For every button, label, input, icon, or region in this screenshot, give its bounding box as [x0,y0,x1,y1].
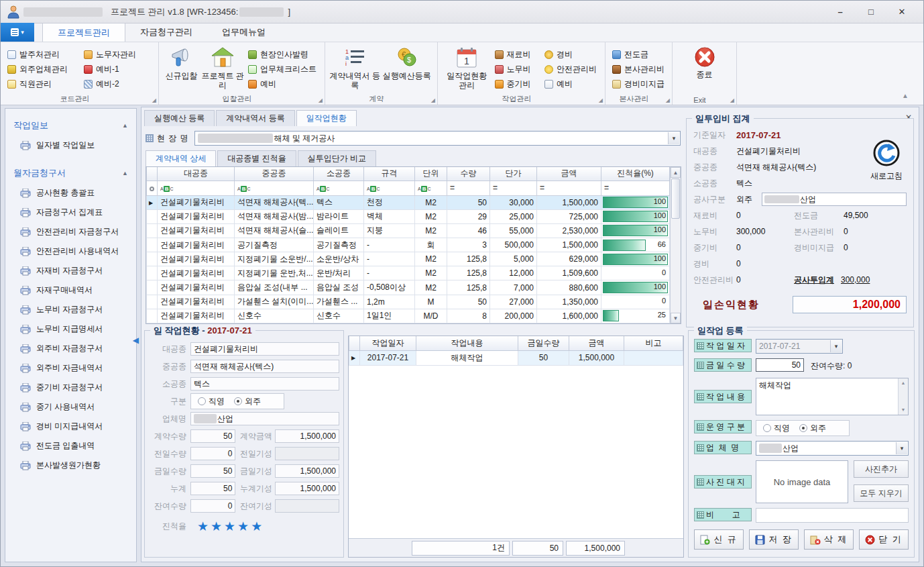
cell-major-category[interactable]: 건설폐기물처리비 [158,252,235,266]
ribbon-item-contract-register[interactable]: 1ai 계약내역서 등록 [329,44,381,90]
ribbon-item-labor-mgmt[interactable]: 노무자관리 [81,47,140,62]
site-name-combo[interactable]: 해체 및 제거공사 [194,131,681,146]
ribbon-item-equipment-cost[interactable]: 중기비 [492,76,542,91]
refresh-button[interactable]: 새로고침 [870,139,903,182]
cell-spec[interactable]: - [364,252,415,266]
column-header[interactable]: 규격 [364,167,415,181]
sidebar-collapse-icon[interactable] [133,336,139,345]
cell-unit[interactable]: M2 [415,252,447,266]
ribbon-item-site-assignment[interactable]: 현장인사발령 [245,47,321,62]
cell-spec[interactable]: 1일1인 [364,309,415,323]
ribbon-item-order-mgmt[interactable]: 발주처관리 [5,47,80,62]
sidebar-item[interactable]: 노무비 지급명세서 [5,319,136,339]
cell-minor-category[interactable]: 운반/처리 [314,266,364,280]
cell-progress[interactable]: 25 [601,309,670,323]
cell-major-category[interactable]: 건설폐기물처리비 [158,266,235,280]
column-header[interactable]: 금액 [537,167,601,181]
column-header[interactable]: 중공종 [235,167,314,181]
app-menu-button[interactable] [1,23,34,42]
work-content-textarea[interactable]: 해체작업 [756,378,909,415]
cell-unit-price[interactable]: 55,000 [490,223,537,238]
cell-unit-price[interactable]: 30,000 [490,195,537,209]
group-dialog-icon[interactable] [599,97,603,103]
menu-tab[interactable]: 프로젝트관리 [42,23,125,42]
cell-amount[interactable]: 629,000 [537,252,601,266]
cell-mid-category[interactable]: 가설휀스 설치(이미... [235,295,314,309]
cell-minor-category[interactable]: 공기질측정 [314,238,364,252]
filter-cell[interactable]: = [490,181,537,195]
ribbon-item-bid-reserve[interactable]: 예비 [245,76,321,91]
cell-spec[interactable]: 1,2m [364,295,415,309]
cell-spec[interactable]: -0,508이상 [364,280,415,295]
daily-qty-input[interactable]: 50 [756,358,804,372]
sidebar-item[interactable]: 중기비 자금청구서 [5,378,136,397]
column-header[interactable]: 비고 [624,336,683,350]
note-input[interactable] [756,508,909,523]
photo-clear-button[interactable]: 모두 지우기 [854,484,909,502]
sidebar-section-monthly-request[interactable]: 월자금청구서 [5,163,136,183]
group-dialog-icon[interactable] [666,97,670,103]
ribbon-item-expense[interactable]: 경비 [542,47,601,62]
cell-major-category[interactable]: 건설폐기물처리비 [158,209,235,223]
ribbon-item-vendor-mgmt[interactable]: 외주업체관리 [5,62,80,76]
cell-spec[interactable]: 천정 [364,195,415,209]
scroll-down-icon[interactable] [899,405,908,415]
cell-spec[interactable]: - [364,238,415,252]
company-combo[interactable]: 산업 [756,441,909,456]
column-header[interactable]: 금액 [569,336,624,350]
cell-progress[interactable]: 100 [601,209,670,223]
cell-note[interactable] [624,350,683,365]
cell-amount[interactable]: 1,600,000 [537,309,601,323]
cell-progress[interactable]: 0 [601,295,670,309]
table-row[interactable]: 건설폐기물처리비 지정폐기물 소운반/... 소운반/상차 - M2 125,8… [147,252,670,266]
column-header[interactable]: 작업일자 [360,336,416,350]
radio-direct[interactable]: 직영 [198,396,225,407]
cell-minor-category[interactable]: 슬레이트 [314,223,364,238]
sidebar-item[interactable]: 전도금 입출내역 [5,436,136,456]
sidebar-item[interactable]: 자금청구서 집계표 [5,203,136,222]
sidebar-item[interactable]: 공사현황 총괄표 [5,183,136,203]
cell-quantity[interactable]: 125,8 [447,280,490,295]
group-dialog-icon[interactable] [152,97,156,103]
cell-unit[interactable]: 회 [415,238,447,252]
cell-minor-category[interactable]: 음압실 조성 [314,280,364,295]
maximize-icon[interactable] [866,7,876,17]
cell-progress[interactable]: 100 [601,195,670,209]
cell-unit-price[interactable]: 25,000 [490,209,537,223]
cell-mid-category[interactable]: 석면재 해체공사(밤... [235,209,314,223]
sidebar-item[interactable]: 중기 사용내역서 [5,397,136,417]
close-icon[interactable] [897,7,907,17]
cell-spec[interactable]: 지붕 [364,223,415,238]
detail-subtab[interactable]: 대공종별 진척율 [217,150,296,166]
chevron-down-icon[interactable] [668,132,679,144]
ribbon-item-reserve1[interactable]: 예비-1 [81,62,140,76]
cell-minor-category[interactable]: 텍스 [314,195,364,209]
cell-quantity[interactable]: 50 [447,295,490,309]
cell-daily-qty[interactable]: 50 [518,350,569,365]
cell-minor-category[interactable]: 가설휀스 ... [314,295,364,309]
filter-pin-cell[interactable] [147,181,158,195]
sidebar-item[interactable]: 자재구매내역서 [5,280,136,300]
cell-work-date[interactable]: 2017-07-21 [360,350,416,365]
cell-quantity[interactable]: 125,8 [447,266,490,280]
ribbon-item-material-cost[interactable]: 재료비 [492,47,542,62]
cell-spec[interactable]: - [364,266,415,280]
scroll-thumb[interactable] [671,178,680,219]
work-date-combo[interactable]: 2017-07-21 [756,339,843,354]
sidebar-item[interactable]: 안전관리비 자금청구서 [5,222,136,242]
filter-cell[interactable]: ABC [158,181,235,195]
sidebar-item[interactable]: 외주비 자금청구서 [5,339,136,358]
save-button[interactable]: 저 장 [749,529,799,550]
cell-amount[interactable]: 880,600 [537,280,601,295]
exit-button[interactable]: 종료 [679,44,731,79]
cell-unit-price[interactable]: 200,000 [490,309,537,323]
cell-mid-category[interactable]: 석면재 해체공사(텍... [235,195,314,209]
ribbon-item-labor-cost[interactable]: 노무비 [492,62,542,76]
scroll-up-icon[interactable] [899,378,908,388]
document-tab[interactable]: 실행예산 등록 [144,110,215,126]
group-dialog-icon[interactable] [730,97,734,103]
radio-outsourced[interactable]: 외주 [799,423,826,434]
cell-mid-category[interactable]: 음압실 조성(내부 ... [235,280,314,295]
cell-unit[interactable]: M2 [415,266,447,280]
sidebar-item[interactable]: 일자별 작업일보 [5,136,136,155]
